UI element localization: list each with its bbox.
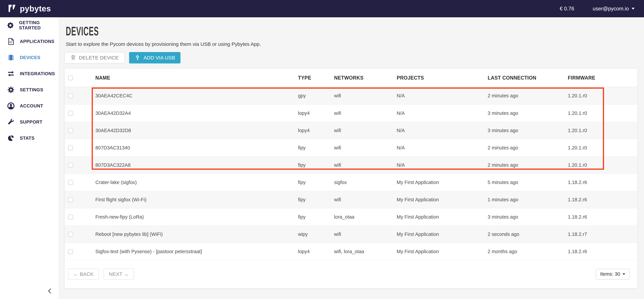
page-subtitle: Start to explore the Pycom devices by pr…: [66, 41, 644, 47]
cell-networks: wifi: [334, 197, 397, 202]
table-footer: ← BACK NEXT → Items: 30: [65, 260, 638, 288]
table-row[interactable]: Sigfox-test (with Pysense) - [pastoor pe…: [65, 243, 638, 260]
row-checkbox[interactable]: [68, 163, 73, 168]
devices-table-card: NAME TYPE NETWORKS PROJECTS LAST CONNECT…: [64, 68, 638, 288]
code-file-icon: </>: [6, 38, 16, 45]
page-title: DEVICES: [66, 24, 401, 38]
table-row[interactable]: 30AEA42D32D8 lopy4 wifi N/A 3 minutes ag…: [65, 122, 638, 139]
cell-networks: wifi: [334, 110, 397, 116]
cell-type: lopy4: [298, 110, 334, 116]
cell-type: fipy: [298, 162, 334, 168]
sidebar-item-devices[interactable]: DEVICES: [0, 50, 59, 66]
column-header-last-connection: LAST CONNECTION: [488, 75, 568, 81]
cell-name: 807D3AC31340: [95, 145, 298, 150]
row-checkbox[interactable]: [68, 128, 73, 133]
sidebar-item-label: INTEGRATIONS: [20, 71, 55, 76]
cell-last-connection: 2 minutes ago: [488, 93, 568, 98]
user-email: user@pycom.io: [593, 6, 629, 12]
sidebar-collapse-button[interactable]: [47, 288, 52, 295]
cell-firmware: 1.20.1.r0: [568, 145, 638, 150]
user-icon: [6, 102, 16, 110]
cell-networks: wifi: [334, 145, 397, 150]
delete-device-button[interactable]: DELETE DEVICE: [64, 52, 125, 64]
table-row[interactable]: First flight sigfox (Wi-Fi) fipy wifi My…: [65, 191, 638, 208]
add-via-usb-label: ADD VIA USB: [144, 55, 175, 60]
table-row[interactable]: 807D3AC322A8 fipy wifi N/A 2 minutes ago…: [65, 156, 638, 174]
cell-type: gpy: [298, 93, 334, 98]
user-menu[interactable]: user@pycom.io: [593, 6, 634, 12]
cell-last-connection: 2 seconds ago: [488, 232, 568, 237]
cell-name: Reboot [new pybytes lib] (WiFi): [95, 232, 298, 237]
cell-name: Fresh-new-fipy (LoRa): [95, 214, 298, 220]
table-row[interactable]: Fresh-new-fipy (LoRa) fipy lora_otaa My …: [65, 208, 638, 226]
cell-projects: N/A: [397, 110, 488, 116]
cell-type: fipy: [298, 214, 334, 220]
sidebar-item-getting-started[interactable]: GETTING STARTED: [0, 17, 59, 34]
row-checkbox[interactable]: [68, 146, 73, 150]
cell-networks: wifi: [334, 128, 397, 133]
sidebar-item-settings[interactable]: SETTINGS: [0, 82, 59, 98]
cell-projects: N/A: [397, 162, 488, 168]
cell-last-connection: 5 minutes ago: [488, 180, 568, 185]
back-button[interactable]: ← BACK: [68, 268, 99, 280]
delete-device-label: DELETE DEVICE: [79, 55, 119, 60]
table-body: 30AEA42CEC4C gpy wifi N/A 2 minutes ago …: [65, 87, 638, 260]
toolbar: DELETE DEVICE ADD VIA USB: [64, 52, 644, 64]
cell-type: wipy: [298, 232, 334, 237]
cell-firmware: 1.20.1.r0: [568, 93, 638, 98]
cell-last-connection: 3 minutes ago: [488, 214, 568, 220]
next-button[interactable]: NEXT →: [104, 268, 134, 280]
pie-chart-icon: [6, 134, 16, 142]
cell-firmware: 1.18.2.r6: [568, 214, 638, 220]
cell-last-connection: 2 months ago: [488, 249, 568, 254]
row-checkbox[interactable]: [68, 249, 73, 254]
sidebar-item-label: SUPPORT: [20, 120, 42, 125]
main-content: DEVICES Start to explore the Pycom devic…: [59, 17, 644, 299]
cell-firmware: 1.18.2.r6: [568, 249, 638, 254]
cell-projects: My First Application: [397, 197, 488, 202]
cell-firmware: 1.20.1.r0: [568, 128, 638, 133]
add-via-usb-button[interactable]: ADD VIA USB: [129, 52, 180, 64]
sidebar-item-integrations[interactable]: INTEGRATIONS: [0, 66, 59, 82]
cell-name: 30AEA42D32D8: [95, 128, 298, 133]
cell-name: 807D3AC322A8: [95, 162, 298, 168]
row-checkbox[interactable]: [68, 232, 73, 237]
select-all-checkbox[interactable]: [68, 76, 73, 80]
cell-projects: N/A: [397, 128, 488, 133]
cell-projects: My First Application: [397, 232, 488, 237]
table-row[interactable]: 807D3AC31340 fipy wifi N/A 2 minutes ago…: [65, 139, 638, 156]
sidebar-item-applications[interactable]: </> APPLICATIONS: [0, 34, 59, 50]
sidebar-item-label: STATS: [20, 136, 34, 141]
cell-last-connection: 2 minutes ago: [488, 162, 568, 168]
sidebar-item-support[interactable]: SUPPORT: [0, 114, 59, 130]
arrows-exchange-icon: [6, 70, 16, 78]
cell-name: Crater-lake (sigfox): [95, 180, 298, 185]
pybytes-logo-icon: [8, 4, 18, 14]
pybytes-logo[interactable]: pybytes: [8, 4, 51, 14]
cell-firmware: 1.20.1.r0: [568, 110, 638, 116]
row-checkbox[interactable]: [68, 197, 73, 202]
cell-networks: wifi: [334, 162, 397, 168]
column-header-name: NAME: [95, 75, 298, 81]
cell-last-connection: 2 minutes ago: [488, 145, 568, 150]
items-per-page-label: Items: 30: [600, 271, 620, 277]
chevron-down-icon: [622, 273, 625, 275]
sidebar-item-account[interactable]: ACCOUNT: [0, 98, 59, 114]
cell-firmware: 1.18.2.r7: [568, 232, 638, 237]
row-checkbox[interactable]: [68, 93, 73, 98]
sun-icon: [6, 21, 14, 30]
table-row[interactable]: Reboot [new pybytes lib] (WiFi) wipy wif…: [65, 226, 638, 243]
cell-projects: My First Application: [397, 249, 488, 254]
items-per-page-dropdown[interactable]: Items: 30: [596, 269, 630, 280]
row-checkbox[interactable]: [68, 214, 73, 220]
row-checkbox[interactable]: [68, 180, 73, 185]
sidebar-item-stats[interactable]: STATS: [0, 130, 59, 146]
chip-icon: [6, 54, 16, 62]
usb-icon: [134, 54, 140, 62]
cell-firmware: 1.20.1.r0: [568, 162, 638, 168]
row-checkbox[interactable]: [68, 111, 73, 116]
cell-networks: wifi: [334, 93, 397, 98]
table-row[interactable]: 30AEA42CEC4C gpy wifi N/A 2 minutes ago …: [65, 87, 638, 104]
table-row[interactable]: 30AEA42D32A4 lopy4 wifi N/A 3 minutes ag…: [65, 104, 638, 122]
table-row[interactable]: Crater-lake (sigfox) fipy sigfox My Firs…: [65, 174, 638, 191]
